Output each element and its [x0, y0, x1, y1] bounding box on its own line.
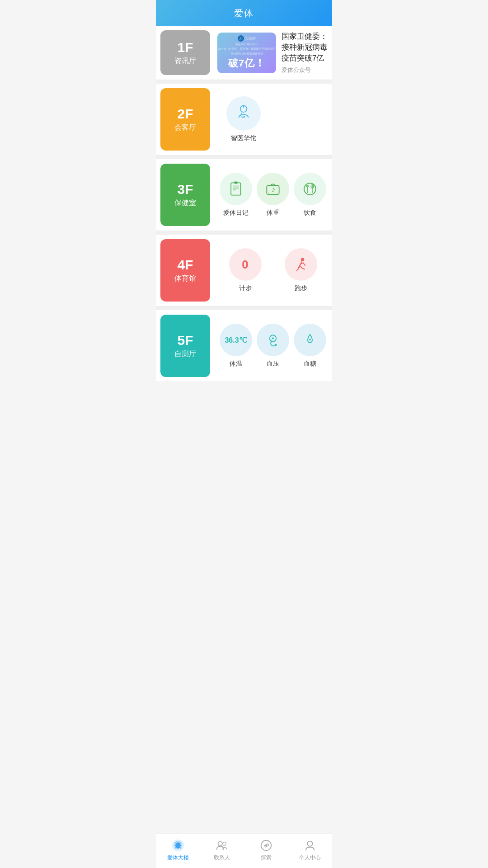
floor-5f-grid: 36.3℃ 体温 血压 — [217, 316, 328, 376]
bloodpressure-item[interactable]: 血压 — [254, 319, 291, 373]
zhiyi-item[interactable]: 智医华佗 — [217, 89, 270, 150]
explore-icon — [259, 839, 273, 852]
diet-item[interactable]: 饮食 — [291, 168, 328, 222]
bloodpressure-icon-circle — [257, 324, 289, 356]
steps-label: 计步 — [239, 284, 252, 292]
doctor-icon-circle — [226, 96, 261, 131]
floor-2f-name: 会客厅 — [174, 123, 196, 132]
svg-point-13 — [272, 191, 274, 192]
bloodpressure-icon — [265, 332, 281, 348]
diary-icon — [228, 181, 244, 197]
news-subtitle3: 累计报告接种新冠病毒疫苗 — [230, 52, 263, 56]
run-item[interactable]: 跑步 — [273, 244, 328, 297]
news-card[interactable]: 人 人民网 截至2021年6月2日 31个省（自治区、直辖市）和新疆生产建设兵团… — [217, 31, 328, 74]
nav-item-explore[interactable]: 探索 — [244, 839, 288, 862]
svg-point-16 — [304, 183, 316, 195]
weight-item[interactable]: 体重 — [254, 168, 291, 222]
floor-1f-num: 1F — [177, 40, 193, 55]
app-header: 爱体 — [156, 0, 332, 26]
floor-5f-label[interactable]: 5F 自测厅 — [160, 315, 210, 377]
floor-2f-content: 智医华佗 — [214, 84, 332, 155]
contacts-nav-icon — [215, 839, 229, 852]
svg-point-40 — [265, 844, 267, 846]
steps-item[interactable]: 0 计步 — [217, 244, 273, 297]
bloodsugar-icon-circle — [294, 324, 326, 356]
bottom-nav: 爱体大楼 联系人 探索 — [156, 834, 332, 868]
floor-5f-name: 自测厅 — [174, 349, 196, 359]
svg-point-25 — [275, 344, 277, 346]
floor-4f-name: 体育馆 — [174, 274, 196, 283]
nav-item-profile[interactable]: 个人中心 — [288, 839, 333, 862]
nav-item-building[interactable]: 爱体大楼 — [156, 839, 200, 862]
floor-5f-content: 36.3℃ 体温 血压 — [214, 310, 332, 382]
zhiyi-label: 智医华佗 — [231, 134, 256, 142]
temperature-item[interactable]: 36.3℃ 体温 — [217, 319, 254, 373]
news-big-text: 破7亿！ — [228, 57, 265, 70]
floor-3f-grid: 爱体日记 体重 — [217, 165, 328, 225]
floor-3f-label[interactable]: 3F 保健室 — [160, 164, 210, 226]
svg-point-41 — [308, 841, 313, 846]
floor-4f-label[interactable]: 4F 体育馆 — [160, 239, 210, 302]
floor-4f-grid: 0 计步 跑步 — [217, 240, 328, 301]
floor-2f-num: 2F — [177, 106, 193, 121]
nav-contacts-label: 联系人 — [214, 854, 230, 862]
news-subtitle2: 31个省（自治区、直辖市）和新疆生产建设兵团 — [218, 47, 276, 51]
floor-4f-content: 0 计步 跑步 — [214, 235, 332, 306]
svg-rect-6 — [231, 183, 241, 195]
bloodsugar-icon — [302, 332, 318, 348]
floor-4f: 4F 体育馆 0 计步 — [156, 235, 332, 307]
renminwang-icon: 人 — [238, 35, 244, 42]
floor-3f-name: 保健室 — [174, 198, 196, 208]
news-subtitle1: 截至2021年6月2日 — [235, 42, 258, 46]
floor-1f-label[interactable]: 1F 资讯厅 — [160, 30, 210, 75]
diary-label: 爱体日记 — [223, 209, 249, 217]
bloodsugar-item[interactable]: 血糖 — [291, 319, 328, 373]
news-source: 爱体公众号 — [282, 66, 328, 74]
run-label: 跑步 — [295, 284, 307, 292]
diet-icon — [302, 181, 318, 197]
news-info: 国家卫健委：接种新冠病毒疫苗突破7亿 爱体公众号 — [282, 31, 328, 74]
steps-icon-circle: 0 — [229, 248, 262, 281]
news-title: 国家卫健委：接种新冠病毒疫苗突破7亿 — [282, 31, 328, 63]
divider-3 — [156, 231, 332, 235]
app-title: 爱体 — [234, 8, 254, 18]
nav-profile-label: 个人中心 — [299, 854, 321, 862]
explore-nav-icon — [259, 839, 273, 852]
svg-point-1 — [244, 116, 245, 118]
diary-item[interactable]: 爱体日记 — [217, 168, 254, 222]
doctor-icon — [234, 104, 253, 123]
bloodpressure-label: 血压 — [267, 360, 279, 368]
bloodsugar-label: 血糖 — [304, 360, 316, 368]
floor-4f-num: 4F — [177, 257, 193, 272]
nav-item-contacts[interactable]: 联系人 — [200, 839, 244, 862]
floor-1f-content: 人 人民网 截至2021年6月2日 31个省（自治区、直辖市）和新疆生产建设兵团… — [214, 26, 332, 80]
floor-2f: 2F 会客厅 智医华佗 — [156, 84, 332, 156]
divider-1 — [156, 80, 332, 84]
temperature-value: 36.3℃ — [225, 336, 247, 344]
steps-value: 0 — [242, 258, 248, 272]
divider-2 — [156, 156, 332, 159]
svg-rect-10 — [234, 182, 237, 184]
floor-3f: 3F 保健室 爱体日记 — [156, 159, 332, 231]
diary-icon-circle — [220, 173, 252, 205]
temperature-icon-circle: 36.3℃ — [220, 324, 252, 356]
contacts-icon — [215, 839, 229, 852]
floor-3f-num: 3F — [177, 182, 193, 197]
news-image: 人 人民网 截至2021年6月2日 31个省（自治区、直辖市）和新疆生产建设兵团… — [217, 33, 276, 73]
temperature-label: 体温 — [230, 360, 242, 368]
floor-5f: 5F 自测厅 36.3℃ 体温 — [156, 310, 332, 382]
run-icon — [293, 256, 309, 273]
profile-icon — [303, 839, 317, 852]
nav-explore-label: 探索 — [261, 854, 272, 862]
news-logo-area: 人 人民网 — [238, 35, 256, 42]
floor-3f-content: 爱体日记 体重 — [214, 159, 332, 231]
svg-point-36 — [218, 842, 222, 846]
weight-label: 体重 — [267, 209, 279, 217]
floor-2f-label[interactable]: 2F 会客厅 — [160, 88, 210, 151]
diet-icon-circle — [294, 173, 326, 205]
nav-building-label: 爱体大楼 — [167, 854, 189, 862]
news-logo-text: 人民网 — [245, 36, 256, 41]
svg-point-23 — [301, 258, 304, 261]
weight-icon-circle — [257, 173, 289, 205]
floor-1f-name: 资讯厅 — [174, 57, 196, 66]
